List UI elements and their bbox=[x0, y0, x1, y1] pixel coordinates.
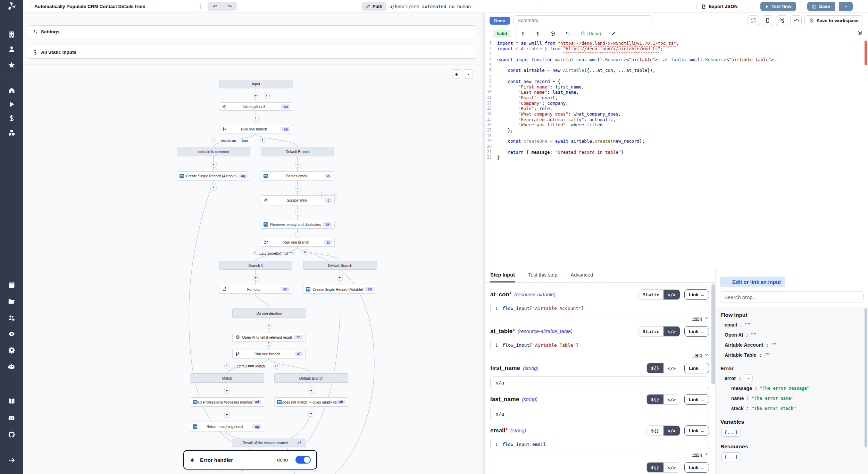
add-step-icon[interactable]: + bbox=[253, 275, 259, 281]
flow-node-af[interactable]: Run one branchaf bbox=[232, 349, 306, 358]
code-mode-button[interactable]: </> bbox=[663, 363, 680, 373]
flow-canvas[interactable]: + - InputInline python3aoRun one brancha… bbox=[23, 65, 482, 474]
zoom-in-button[interactable]: + bbox=[452, 69, 461, 78]
expression-input[interactable]: 1flow_input["Airtable Account"] bbox=[490, 303, 709, 313]
branch-split-icon[interactable] bbox=[302, 249, 308, 255]
prop-item-airtable-account[interactable]: Airtable Account:"" bbox=[720, 340, 863, 350]
add-step-icon[interactable]: + bbox=[211, 162, 217, 168]
add-step-icon[interactable]: + bbox=[308, 388, 314, 394]
vars-button[interactable] bbox=[516, 30, 531, 37]
flow-node-ac[interactable]: For loopac bbox=[219, 285, 292, 294]
flow-node-ap[interactable]: Run one branchap bbox=[219, 125, 293, 133]
link-button[interactable]: Link → bbox=[684, 462, 709, 473]
template-mode-button[interactable]: ${} bbox=[647, 395, 663, 404]
save-button[interactable]: Save bbox=[807, 2, 835, 11]
search-prop-input[interactable] bbox=[720, 291, 864, 303]
prop-item-open-ai[interactable]: Open AI:"" bbox=[720, 330, 863, 340]
arrow-right-icon[interactable] bbox=[7, 456, 16, 464]
trigger-bolt-icon[interactable] bbox=[264, 93, 270, 99]
chevron-down-icon[interactable] bbox=[704, 452, 708, 457]
code-mode-button[interactable]: </> bbox=[663, 463, 680, 472]
redo-icon[interactable]: ↷ bbox=[222, 2, 237, 11]
add-step-icon[interactable]: + bbox=[224, 429, 230, 435]
chevron-down-icon[interactable] bbox=[704, 316, 708, 321]
flow-node-result[interactable]: Result of the chosen branchaf bbox=[232, 439, 306, 447]
edit-or-link-input-button[interactable]: ← Edit or link an input bbox=[720, 277, 785, 287]
tab-test-this-step[interactable]: Test this step bbox=[528, 268, 558, 282]
restart-button[interactable] bbox=[748, 15, 759, 26]
play-icon[interactable] bbox=[7, 100, 16, 108]
tab-step-input[interactable]: Step Input bbox=[490, 268, 515, 282]
diff-view-button[interactable] bbox=[857, 30, 865, 37]
flow-node-al[interactable]: Run one branchal bbox=[261, 238, 335, 247]
add-step-icon[interactable]: + bbox=[266, 340, 272, 346]
flow-title-input[interactable] bbox=[31, 2, 201, 11]
flow-node-h-def2[interactable]: Default Branch bbox=[303, 261, 377, 270]
flow-node-h-def3[interactable]: Default Branch bbox=[274, 373, 348, 383]
flow-node-aq[interactable]: TSCreate Single Record (Airtable)aq bbox=[177, 171, 250, 180]
add-step-icon[interactable]: + bbox=[211, 185, 217, 191]
flow-node-ao[interactable]: Inline python3ao bbox=[219, 102, 293, 111]
help-link[interactable]: Help bbox=[692, 316, 702, 321]
book-icon[interactable] bbox=[7, 397, 16, 405]
prop-scrollbar[interactable] bbox=[865, 308, 867, 447]
robot-icon[interactable] bbox=[7, 362, 16, 371]
save-dropdown-button[interactable] bbox=[839, 2, 853, 11]
flow-node-a[interactable]: TSParses emaila bbox=[261, 171, 334, 180]
flow-node-ak[interactable]: TSRemoves empty and duplicatesak bbox=[261, 220, 335, 229]
expression-input[interactable]: 1flow_input.email bbox=[490, 439, 709, 449]
settings-row[interactable]: Settings bbox=[28, 25, 476, 38]
branch-split-icon[interactable] bbox=[260, 137, 266, 143]
user-gear-icon[interactable] bbox=[7, 314, 16, 322]
folder-icon[interactable] bbox=[7, 297, 16, 305]
flow-node-ad[interactable]: TSKill Professional Websites mentionsad bbox=[190, 397, 264, 407]
windmill-logo-icon[interactable] bbox=[6, 1, 17, 11]
star-icon[interactable] bbox=[7, 61, 16, 69]
flow-node-errh[interactable]: Error handlerdeno bbox=[183, 450, 317, 469]
add-step-icon[interactable]: + bbox=[295, 186, 301, 192]
flow-node-h-b1[interactable]: Branch 1 bbox=[219, 261, 292, 270]
eye-icon[interactable] bbox=[7, 330, 16, 338]
variables-object-button[interactable]: {...} bbox=[721, 428, 741, 437]
building-icon[interactable] bbox=[7, 30, 16, 39]
add-step-icon[interactable]: + bbox=[337, 275, 343, 281]
close-icon[interactable]: × bbox=[332, 193, 337, 198]
tab-advanced[interactable]: Advanced bbox=[571, 268, 593, 282]
branch-split-icon[interactable] bbox=[274, 363, 279, 369]
export-json-button[interactable]: Export JSON bbox=[696, 2, 742, 11]
format-button[interactable] bbox=[606, 30, 621, 37]
static-mode-button[interactable]: Static bbox=[639, 290, 663, 299]
close-icon[interactable]: × bbox=[224, 363, 229, 369]
path-input[interactable] bbox=[386, 2, 540, 11]
home-icon[interactable] bbox=[7, 86, 16, 94]
reset-button[interactable] bbox=[560, 30, 575, 37]
value-input[interactable]: n/a bbox=[490, 408, 709, 420]
link-button[interactable]: Link → bbox=[684, 425, 709, 436]
flow-node-an[interactable]: TSCreate Single Record (Airtable)an bbox=[303, 285, 377, 294]
package-button[interactable] bbox=[545, 30, 560, 37]
add-step-icon[interactable]: + bbox=[224, 412, 230, 418]
add-step-icon[interactable]: + bbox=[295, 231, 301, 237]
save-to-workspace-button[interactable]: Save to workspace bbox=[804, 15, 863, 26]
prop-item-airtable-table[interactable]: Airtable Table:"" bbox=[720, 350, 863, 360]
add-step-icon[interactable]: + bbox=[308, 411, 314, 417]
user-icon[interactable] bbox=[7, 45, 16, 53]
code-mode-button[interactable]: </> bbox=[663, 426, 680, 435]
zoom-out-button[interactable]: - bbox=[464, 69, 473, 78]
language-badge[interactable]: Deno bbox=[490, 17, 510, 25]
close-icon[interactable]: × bbox=[253, 250, 258, 255]
error-root-row[interactable]: error: - bbox=[720, 373, 863, 383]
add-step-icon[interactable]: + bbox=[295, 162, 301, 168]
link-button[interactable]: Link → bbox=[684, 289, 709, 300]
close-icon[interactable]: × bbox=[211, 137, 216, 142]
add-step-icon[interactable]: + bbox=[253, 116, 259, 121]
code-editor[interactable]: 1import * as wmill from "https://deno.la… bbox=[485, 39, 868, 268]
undo-icon[interactable]: ↶ bbox=[208, 2, 222, 11]
all-static-inputs-row[interactable]: All Static Inputs bbox=[28, 46, 476, 59]
add-step-icon[interactable]: + bbox=[253, 93, 259, 99]
move-icon[interactable] bbox=[319, 192, 325, 198]
add-step-icon[interactable]: + bbox=[224, 388, 230, 394]
mobile-view-button[interactable] bbox=[762, 15, 773, 26]
template-mode-button[interactable]: ${} bbox=[647, 363, 663, 373]
code-mode-button[interactable]: </> bbox=[663, 395, 680, 404]
